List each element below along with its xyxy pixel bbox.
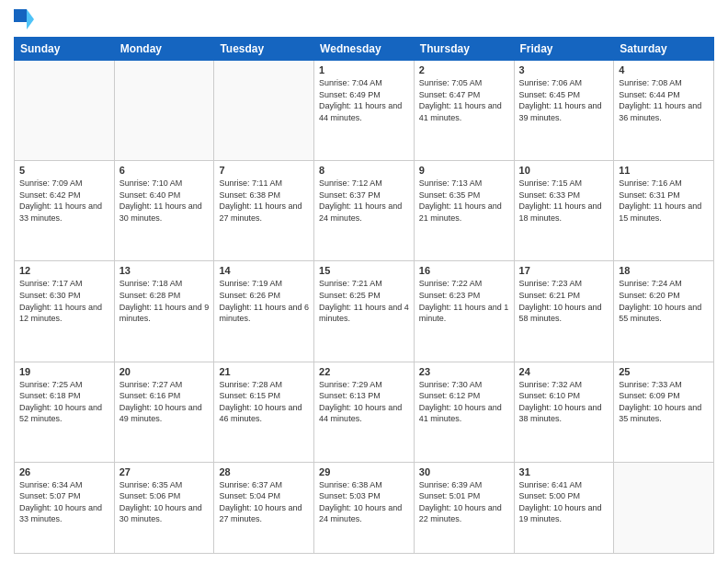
day-number: 3 [519, 64, 609, 75]
col-monday: Monday [114, 38, 214, 61]
table-row: 19Sunrise: 7:25 AMSunset: 6:18 PMDayligh… [15, 362, 115, 462]
table-row: 26Sunrise: 6:34 AMSunset: 5:07 PMDayligh… [15, 462, 115, 553]
day-number: 7 [219, 165, 309, 176]
calendar-table: Sunday Monday Tuesday Wednesday Thursday… [14, 37, 714, 554]
table-row: 10Sunrise: 7:15 AMSunset: 6:33 PMDayligh… [514, 161, 614, 261]
calendar-week-row: 12Sunrise: 7:17 AMSunset: 6:30 PMDayligh… [15, 261, 714, 362]
table-row: 3Sunrise: 7:06 AMSunset: 6:45 PMDaylight… [514, 61, 614, 161]
day-number: 25 [619, 366, 709, 377]
day-number: 15 [319, 265, 409, 276]
cell-content: Sunrise: 7:29 AMSunset: 6:13 PMDaylight:… [319, 379, 409, 425]
logo-icon [14, 9, 34, 29]
table-row: 2Sunrise: 7:05 AMSunset: 6:47 PMDaylight… [414, 61, 514, 161]
day-number: 16 [419, 265, 509, 276]
cell-content: Sunrise: 7:18 AMSunset: 6:28 PMDaylight:… [119, 278, 210, 324]
day-number: 18 [619, 265, 709, 276]
day-number: 19 [19, 366, 109, 377]
day-number: 30 [419, 466, 509, 477]
day-number: 24 [519, 366, 609, 377]
day-number: 23 [419, 366, 509, 377]
cell-content: Sunrise: 7:21 AMSunset: 6:25 PMDaylight:… [319, 278, 409, 324]
table-row: 4Sunrise: 7:08 AMSunset: 6:44 PMDaylight… [614, 61, 714, 161]
svg-rect-0 [14, 9, 27, 22]
table-row: 17Sunrise: 7:23 AMSunset: 6:21 PMDayligh… [514, 261, 614, 362]
table-row: 31Sunrise: 6:41 AMSunset: 5:00 PMDayligh… [514, 462, 614, 553]
table-row: 28Sunrise: 6:37 AMSunset: 5:04 PMDayligh… [214, 462, 314, 553]
col-tuesday: Tuesday [214, 38, 314, 61]
calendar-week-row: 26Sunrise: 6:34 AMSunset: 5:07 PMDayligh… [15, 462, 714, 553]
table-row: 9Sunrise: 7:13 AMSunset: 6:35 PMDaylight… [414, 161, 514, 261]
cell-content: Sunrise: 6:35 AMSunset: 5:06 PMDaylight:… [119, 479, 210, 525]
table-row: 18Sunrise: 7:24 AMSunset: 6:20 PMDayligh… [614, 261, 714, 362]
day-number: 17 [519, 265, 609, 276]
table-row: 1Sunrise: 7:04 AMSunset: 6:49 PMDaylight… [314, 61, 415, 161]
table-row [214, 61, 314, 161]
cell-content: Sunrise: 6:39 AMSunset: 5:01 PMDaylight:… [419, 479, 509, 525]
cell-content: Sunrise: 7:04 AMSunset: 6:49 PMDaylight:… [319, 77, 409, 123]
cell-content: Sunrise: 7:17 AMSunset: 6:30 PMDaylight:… [19, 278, 109, 324]
table-row: 23Sunrise: 7:30 AMSunset: 6:12 PMDayligh… [414, 362, 514, 462]
day-number: 4 [619, 64, 709, 75]
svg-marker-1 [27, 9, 34, 29]
calendar-week-row: 1Sunrise: 7:04 AMSunset: 6:49 PMDaylight… [15, 61, 714, 161]
header [14, 9, 714, 29]
col-wednesday: Wednesday [314, 38, 415, 61]
cell-content: Sunrise: 7:33 AMSunset: 6:09 PMDaylight:… [619, 379, 709, 425]
table-row [15, 61, 115, 161]
page: Sunday Monday Tuesday Wednesday Thursday… [0, 0, 728, 563]
cell-content: Sunrise: 7:05 AMSunset: 6:47 PMDaylight:… [419, 77, 509, 123]
cell-content: Sunrise: 7:27 AMSunset: 6:16 PMDaylight:… [119, 379, 210, 425]
table-row: 27Sunrise: 6:35 AMSunset: 5:06 PMDayligh… [114, 462, 214, 553]
day-number: 5 [19, 165, 109, 176]
table-row: 15Sunrise: 7:21 AMSunset: 6:25 PMDayligh… [314, 261, 415, 362]
cell-content: Sunrise: 6:34 AMSunset: 5:07 PMDaylight:… [19, 479, 109, 525]
cell-content: Sunrise: 7:06 AMSunset: 6:45 PMDaylight:… [519, 77, 609, 123]
table-row: 6Sunrise: 7:10 AMSunset: 6:40 PMDaylight… [114, 161, 214, 261]
cell-content: Sunrise: 7:28 AMSunset: 6:15 PMDaylight:… [219, 379, 309, 425]
cell-content: Sunrise: 7:10 AMSunset: 6:40 PMDaylight:… [119, 178, 210, 224]
day-number: 21 [219, 366, 309, 377]
table-row: 22Sunrise: 7:29 AMSunset: 6:13 PMDayligh… [314, 362, 415, 462]
day-number: 20 [119, 366, 210, 377]
table-row: 11Sunrise: 7:16 AMSunset: 6:31 PMDayligh… [614, 161, 714, 261]
cell-content: Sunrise: 7:32 AMSunset: 6:10 PMDaylight:… [519, 379, 609, 425]
cell-content: Sunrise: 7:24 AMSunset: 6:20 PMDaylight:… [619, 278, 709, 324]
table-row [614, 462, 714, 553]
cell-content: Sunrise: 6:38 AMSunset: 5:03 PMDaylight:… [319, 479, 409, 525]
table-row [114, 61, 214, 161]
calendar-header-row: Sunday Monday Tuesday Wednesday Thursday… [15, 38, 714, 61]
col-saturday: Saturday [614, 38, 714, 61]
cell-content: Sunrise: 7:15 AMSunset: 6:33 PMDaylight:… [519, 178, 609, 224]
table-row: 21Sunrise: 7:28 AMSunset: 6:15 PMDayligh… [214, 362, 314, 462]
cell-content: Sunrise: 7:11 AMSunset: 6:38 PMDaylight:… [219, 178, 309, 224]
cell-content: Sunrise: 7:30 AMSunset: 6:12 PMDaylight:… [419, 379, 509, 425]
table-row: 16Sunrise: 7:22 AMSunset: 6:23 PMDayligh… [414, 261, 514, 362]
day-number: 6 [119, 165, 210, 176]
cell-content: Sunrise: 7:12 AMSunset: 6:37 PMDaylight:… [319, 178, 409, 224]
day-number: 14 [219, 265, 309, 276]
day-number: 27 [119, 466, 210, 477]
table-row: 29Sunrise: 6:38 AMSunset: 5:03 PMDayligh… [314, 462, 415, 553]
day-number: 10 [519, 165, 609, 176]
col-thursday: Thursday [414, 38, 514, 61]
table-row: 12Sunrise: 7:17 AMSunset: 6:30 PMDayligh… [15, 261, 115, 362]
table-row: 5Sunrise: 7:09 AMSunset: 6:42 PMDaylight… [15, 161, 115, 261]
day-number: 12 [19, 265, 109, 276]
day-number: 29 [319, 466, 409, 477]
table-row: 20Sunrise: 7:27 AMSunset: 6:16 PMDayligh… [114, 362, 214, 462]
table-row: 25Sunrise: 7:33 AMSunset: 6:09 PMDayligh… [614, 362, 714, 462]
day-number: 22 [319, 366, 409, 377]
cell-content: Sunrise: 7:16 AMSunset: 6:31 PMDaylight:… [619, 178, 709, 224]
table-row: 24Sunrise: 7:32 AMSunset: 6:10 PMDayligh… [514, 362, 614, 462]
table-row: 8Sunrise: 7:12 AMSunset: 6:37 PMDaylight… [314, 161, 415, 261]
cell-content: Sunrise: 6:37 AMSunset: 5:04 PMDaylight:… [219, 479, 309, 525]
cell-content: Sunrise: 7:09 AMSunset: 6:42 PMDaylight:… [19, 178, 109, 224]
day-number: 8 [319, 165, 409, 176]
col-sunday: Sunday [15, 38, 115, 61]
day-number: 13 [119, 265, 210, 276]
table-row: 13Sunrise: 7:18 AMSunset: 6:28 PMDayligh… [114, 261, 214, 362]
cell-content: Sunrise: 7:08 AMSunset: 6:44 PMDaylight:… [619, 77, 709, 123]
cell-content: Sunrise: 7:25 AMSunset: 6:18 PMDaylight:… [19, 379, 109, 425]
day-number: 1 [319, 64, 409, 75]
day-number: 31 [519, 466, 609, 477]
